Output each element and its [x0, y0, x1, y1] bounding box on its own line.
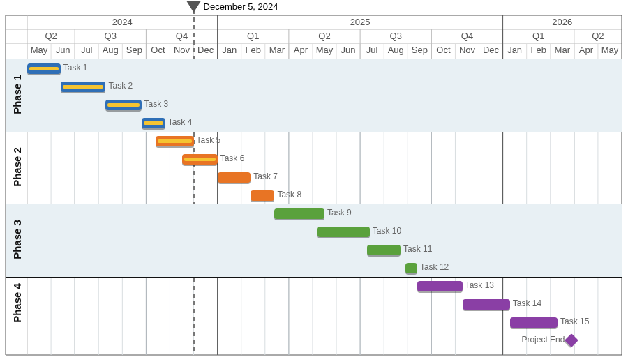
task-label: Task 12 — [420, 262, 449, 272]
timeline-header-label: Dec — [479, 45, 503, 55]
task-label: Task 3 — [144, 99, 169, 109]
milestone-label: Project End — [509, 335, 565, 344]
task-bar — [417, 281, 463, 291]
timeline-header-label: May — [27, 45, 51, 55]
timeline-header-label: Q2 — [289, 31, 360, 41]
timeline-header-label: Jul — [360, 45, 384, 55]
today-date-label: December 5, 2024 — [204, 1, 278, 12]
phase-label: Phase 2 — [11, 141, 23, 194]
timeline-header-label: May — [313, 45, 336, 55]
task-progress-stripe — [144, 121, 163, 125]
task-progress-stripe — [29, 67, 59, 70]
timeline-header-label: Q4 — [146, 31, 217, 41]
timeline-header-label: 2024 — [27, 17, 218, 27]
task-label: Task 13 — [465, 280, 494, 290]
timeline-header-label: Apr — [289, 45, 313, 55]
task-bar — [463, 299, 510, 310]
task-progress-stripe — [63, 85, 104, 89]
task-progress-stripe — [184, 158, 216, 161]
task-progress-stripe — [107, 103, 139, 107]
task-label: Task 9 — [327, 208, 352, 218]
timeline-header-label: Q4 — [431, 31, 502, 41]
task-bar — [367, 245, 401, 255]
timeline-header-label: Q3 — [75, 31, 146, 41]
timeline-header-label: Oct — [146, 45, 170, 55]
task-label: Task 6 — [220, 153, 245, 163]
task-bar — [510, 317, 558, 328]
milestone-diamond — [565, 333, 579, 347]
task-bar — [251, 190, 274, 201]
task-label: Task 10 — [373, 226, 401, 236]
task-bar — [156, 136, 194, 146]
timeline-header-label: Feb — [527, 45, 551, 55]
timeline-header-label: Jan — [503, 45, 527, 55]
task-label: Task 15 — [560, 317, 589, 326]
timeline-header-label: Oct — [431, 45, 455, 55]
task-bar — [61, 82, 106, 92]
task-bar — [142, 118, 165, 128]
phase-label: Phase 3 — [11, 213, 23, 266]
timeline-header-label: Jun — [336, 45, 360, 55]
timeline-header-label: Aug — [384, 45, 408, 55]
task-bar — [317, 227, 370, 237]
phase-label: Phase 1 — [11, 68, 23, 121]
timeline-header-label: Jan — [218, 45, 241, 55]
task-bar — [182, 154, 218, 165]
task-label: Task 5 — [197, 135, 221, 145]
timeline-header-label: 2025 — [218, 17, 503, 27]
task-label: Task 8 — [277, 190, 301, 199]
task-label: Task 2 — [108, 81, 133, 91]
task-bar — [105, 100, 141, 110]
task-label: Task 14 — [513, 298, 541, 308]
task-label: Task 1 — [63, 63, 88, 73]
task-label: Task 7 — [253, 172, 278, 181]
timeline-header-label: Mar — [551, 45, 574, 55]
timeline-header-label: Sep — [122, 45, 146, 55]
timeline-header-label: 2026 — [503, 17, 622, 27]
timeline-header-label: Nov — [455, 45, 479, 55]
svg-marker-78 — [187, 1, 201, 13]
task-bar — [27, 63, 61, 74]
timeline-header-label: Jun — [51, 45, 75, 55]
timeline-header-label: Q3 — [360, 31, 431, 41]
timeline-header-label: Jul — [75, 45, 98, 55]
task-progress-stripe — [158, 139, 192, 143]
phase-label: Phase 4 — [11, 277, 23, 330]
timeline-header-label: Apr — [574, 45, 598, 55]
timeline-header-label: Aug — [98, 45, 122, 55]
timeline-header-label: Dec — [194, 45, 218, 55]
timeline-header-label: Nov — [170, 45, 193, 55]
timeline-header-label: Q2 — [27, 31, 75, 41]
timeline-header-label: May — [598, 45, 622, 55]
gantt-chart: 202420252026Q2Q3Q4Q1Q2Q3Q4Q1Q2MayJunJulA… — [0, 0, 628, 364]
timeline-header-label: Q1 — [218, 31, 289, 41]
task-bar — [405, 263, 417, 273]
task-label: Task 4 — [168, 117, 193, 127]
task-bar — [218, 172, 251, 183]
timeline-header-label: Q2 — [574, 31, 622, 41]
phase-band — [6, 59, 622, 132]
task-bar — [274, 208, 324, 219]
task-label: Task 11 — [403, 244, 432, 254]
timeline-header-label: Feb — [241, 45, 265, 55]
timeline-header-label: Sep — [408, 45, 431, 55]
timeline-header-label: Mar — [265, 45, 289, 55]
timeline-header-label: Q1 — [503, 31, 574, 41]
